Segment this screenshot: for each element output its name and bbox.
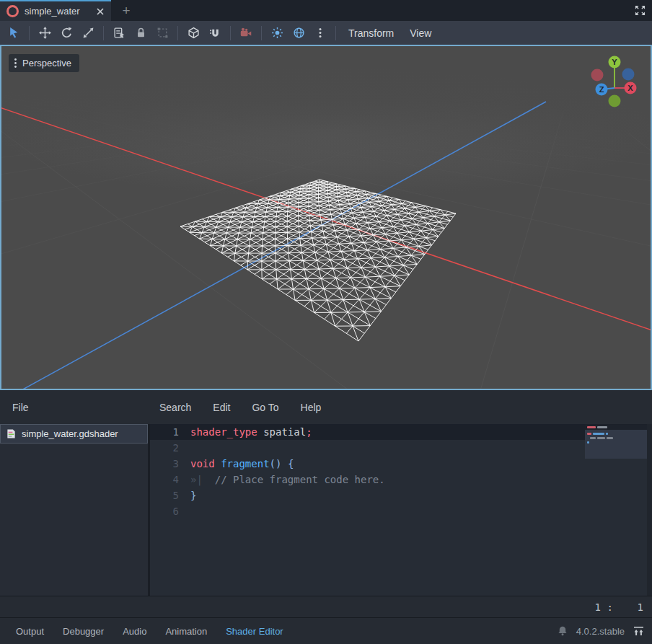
- toolbar-separator: [177, 26, 178, 40]
- select-tool-button[interactable]: [3, 24, 25, 43]
- tab-bar-spacer: [141, 0, 627, 21]
- bottom-tab-debugger[interactable]: Debugger: [54, 618, 113, 644]
- view-menu[interactable]: View: [402, 24, 439, 43]
- help-menu[interactable]: Help: [298, 398, 325, 417]
- code-line[interactable]: 1shader_type spatial;: [150, 424, 652, 440]
- bottom-tab-animation[interactable]: Animation: [157, 618, 216, 644]
- cursor-position: 1 : 1: [595, 601, 643, 613]
- bottom-tab-output[interactable]: Output: [7, 618, 53, 644]
- line-number: 6: [150, 503, 190, 519]
- viewport-3d[interactable]: Perspective YXZ: [0, 45, 652, 390]
- new-tab-button[interactable]: +: [111, 0, 141, 21]
- rotate-tool-icon: [61, 27, 73, 39]
- code-editor[interactable]: 1shader_type spatial;23void fragment() {…: [150, 424, 652, 596]
- code-line[interactable]: 2: [150, 440, 652, 456]
- transform-menu[interactable]: Transform: [340, 24, 402, 43]
- camera-icon: [239, 27, 252, 39]
- file-menu[interactable]: File: [9, 398, 32, 417]
- minimap-token: [587, 433, 591, 435]
- list-select-icon: [113, 27, 125, 39]
- mesh-cube-icon: [188, 27, 200, 39]
- goto-menu[interactable]: Go To: [249, 398, 281, 417]
- editor-scrollbar[interactable]: [647, 424, 652, 596]
- move-tool-icon: [39, 27, 51, 39]
- minimap-token: [590, 437, 596, 439]
- spatial-editor-toolbar: Transform View: [0, 21, 652, 45]
- minimap-token: [597, 426, 607, 428]
- notification-bell-icon[interactable]: [557, 625, 568, 637]
- perspective-label: Perspective: [22, 58, 71, 69]
- version-label: 4.0.2.stable: [576, 626, 625, 637]
- svg-text:X: X: [627, 84, 633, 92]
- close-tab-icon[interactable]: [96, 7, 105, 16]
- minimap-token: [587, 426, 596, 428]
- viewport-scene: [1, 46, 651, 389]
- move-tool-button[interactable]: [34, 24, 56, 43]
- snap-toggle-button[interactable]: [204, 24, 226, 43]
- bottom-dock-bar: Output Debugger Audio Animation Shader E…: [0, 617, 652, 644]
- minimap-token: [587, 441, 589, 444]
- rotate-tool-button[interactable]: [56, 24, 77, 43]
- code-lines: 1shader_type spatial;23void fragment() {…: [150, 424, 652, 519]
- file-item-simple-water[interactable]: simple_water.gdshader: [0, 424, 148, 444]
- environment-toggle-button[interactable]: [288, 24, 309, 43]
- scale-tool-button[interactable]: [77, 24, 99, 43]
- scene-tab-simple-water[interactable]: simple_water: [0, 0, 111, 21]
- code-line[interactable]: 3void fragment() {: [150, 456, 652, 472]
- line-text: »| // Place fragment code here.: [190, 472, 385, 488]
- three-dots-icon: [14, 58, 17, 69]
- scene-tab-bar: simple_water +: [0, 0, 652, 21]
- toolbar-separator: [103, 26, 104, 40]
- extra-options-button[interactable]: [309, 24, 331, 43]
- godot-scene-icon: [6, 5, 19, 17]
- fullscreen-toggle-button[interactable]: [627, 0, 652, 21]
- toolbar-separator: [261, 26, 262, 40]
- line-text: shader_type spatial;: [190, 424, 312, 440]
- search-menu[interactable]: Search: [157, 398, 194, 417]
- code-line[interactable]: 4»| // Place fragment code here.: [150, 472, 652, 488]
- mesh-instance-button[interactable]: [182, 24, 204, 43]
- minimap-token: [607, 437, 613, 439]
- code-line[interactable]: 6: [150, 503, 652, 519]
- three-dots-icon: [314, 27, 326, 39]
- minimap-token: [597, 437, 605, 439]
- select-tool-icon: [8, 27, 20, 39]
- file-item-label: simple_water.gdshader: [22, 428, 118, 439]
- expand-bottom-panel-icon[interactable]: [633, 625, 645, 637]
- line-text: void fragment() {: [190, 456, 294, 472]
- line-number: 3: [150, 456, 190, 472]
- sun-icon: [271, 27, 283, 39]
- scale-tool-icon: [82, 27, 94, 39]
- bottom-tab-shader-editor[interactable]: Shader Editor: [217, 618, 292, 644]
- godot-editor-window: { "colors": { "accent": "#5b9ce0", "tab_…: [0, 0, 652, 644]
- axis-gizmo[interactable]: YXZ: [586, 55, 643, 118]
- sun-light-toggle-button[interactable]: [266, 24, 288, 43]
- list-select-button[interactable]: [108, 24, 130, 43]
- snap-magnet-icon: [209, 27, 221, 39]
- svg-text:Y: Y: [612, 58, 617, 66]
- editor-status-row: 1 : 1: [0, 596, 652, 617]
- group-icon: [157, 27, 169, 39]
- shader-file-list: simple_water.gdshader: [0, 424, 150, 596]
- shader-menus-row: File Search Edit Go To Help: [0, 390, 652, 424]
- line-text: }: [190, 488, 196, 503]
- perspective-menu[interactable]: Perspective: [9, 54, 79, 72]
- shader-main-row: simple_water.gdshader 1shader_type spati…: [0, 424, 652, 596]
- camera-preview-button[interactable]: [235, 24, 257, 43]
- line-number: 5: [150, 488, 190, 503]
- scene-tab-title: simple_water: [25, 6, 90, 17]
- edit-menu[interactable]: Edit: [210, 398, 233, 417]
- code-minimap[interactable]: [585, 425, 647, 511]
- shader-file-icon: [6, 428, 17, 439]
- toolbar-separator: [230, 26, 231, 40]
- minimap-token: [606, 433, 608, 435]
- shader-editor-panel: File Search Edit Go To Help simple_water…: [0, 390, 652, 644]
- group-selected-button[interactable]: [151, 24, 173, 43]
- code-line[interactable]: 5}: [150, 488, 652, 503]
- lock-icon: [135, 27, 147, 39]
- lock-selected-button[interactable]: [130, 24, 151, 43]
- svg-text:Z: Z: [599, 85, 604, 94]
- line-number: 4: [150, 472, 190, 488]
- bottom-tab-audio[interactable]: Audio: [114, 618, 155, 644]
- line-number: 2: [150, 440, 190, 456]
